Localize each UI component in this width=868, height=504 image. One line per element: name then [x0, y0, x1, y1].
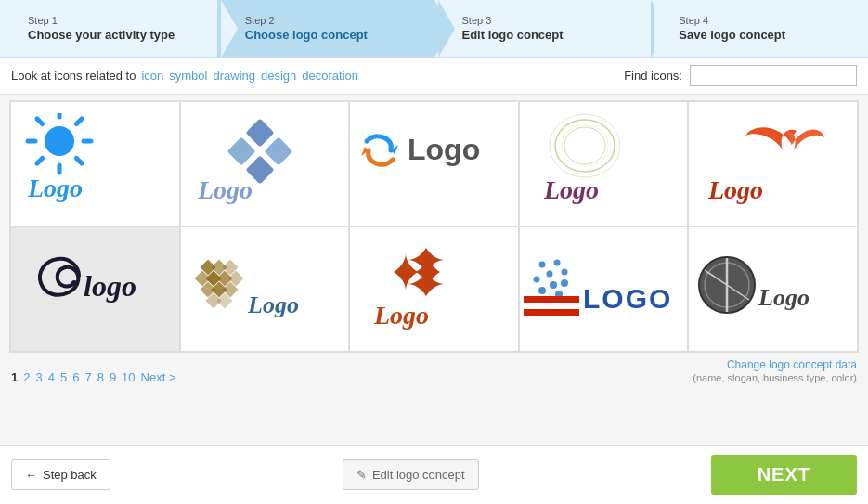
logo-cell-6[interactable]: logo — [10, 226, 180, 352]
step-back-label: Step back — [43, 468, 97, 482]
bottom-bar: ← Step back ✎ Edit logo concept NEXT — [0, 445, 868, 504]
svg-point-21 — [550, 114, 620, 177]
svg-line-8 — [37, 119, 43, 124]
step-back-button[interactable]: ← Step back — [11, 459, 110, 490]
logo-cell-5[interactable]: Logo — [688, 101, 858, 226]
svg-rect-51 — [524, 309, 579, 316]
change-concept-area: Change logo concept data (name, slogan, … — [693, 358, 857, 384]
svg-text:Logo: Logo — [373, 301, 429, 330]
page-5[interactable]: 5 — [60, 370, 67, 384]
svg-point-41 — [550, 281, 557, 289]
step-1-number: Step 1 — [28, 15, 175, 26]
svg-point-24 — [71, 280, 77, 286]
step-4-label: Save logo concept — [679, 28, 785, 42]
svg-point-45 — [562, 268, 568, 275]
stepper: Step 1 Choose your activity type Step 2 … — [0, 0, 868, 58]
logo-cell-8[interactable]: Logo — [349, 226, 519, 352]
svg-point-48 — [534, 276, 540, 282]
logo-cell-3[interactable]: Logo — [349, 101, 519, 226]
svg-point-42 — [547, 270, 553, 277]
svg-rect-50 — [524, 303, 579, 309]
step-2-number: Step 2 — [245, 15, 368, 26]
svg-point-46 — [561, 279, 568, 287]
svg-line-6 — [37, 158, 43, 163]
svg-text:Logo: Logo — [758, 284, 810, 311]
page-2[interactable]: 2 — [23, 370, 30, 384]
step-2[interactable]: Step 2 Choose logo concept — [217, 0, 434, 57]
page-6[interactable]: 6 — [72, 370, 79, 384]
logo-cell-9[interactable]: LOGO — [519, 226, 689, 352]
logo-cell-2[interactable]: Logo — [180, 101, 350, 226]
arrow-left-icon: ← — [25, 468, 37, 482]
svg-line-4 — [77, 158, 83, 163]
logo-cell-7[interactable]: Logo — [180, 226, 350, 352]
change-concept-link[interactable]: Change logo concept data — [727, 358, 857, 371]
change-concept-sub: (name, slogan, business type, color) — [693, 372, 857, 383]
tag-symbol[interactable]: symbol — [169, 69, 207, 83]
toolbar-left: Look at icons related to icon symbol dra… — [11, 69, 624, 83]
svg-rect-49 — [524, 296, 579, 303]
step-1-label: Choose your activity type — [28, 28, 175, 42]
tag-icon[interactable]: icon — [141, 69, 163, 83]
pencil-icon: ✎ — [356, 468, 367, 482]
pagination: 1 2 3 4 5 6 7 8 9 10 Next > — [11, 370, 176, 384]
svg-point-0 — [45, 126, 74, 156]
page-next[interactable]: Next > — [141, 370, 176, 384]
svg-text:Logo: Logo — [408, 133, 480, 166]
page-10[interactable]: 10 — [122, 370, 135, 384]
find-label: Find icons: — [624, 69, 682, 83]
step-4[interactable]: Step 4 Save logo concept — [651, 0, 868, 57]
svg-point-44 — [554, 259, 561, 265]
edit-logo-label: Edit logo concept — [372, 468, 465, 482]
svg-text:Logo: Logo — [247, 291, 299, 318]
step-3[interactable]: Step 3 Edit logo concept — [434, 0, 652, 57]
page-8[interactable]: 8 — [97, 370, 104, 384]
svg-point-20 — [564, 127, 605, 164]
svg-text:Logo: Logo — [707, 175, 763, 204]
toolbar-right: Find icons: — [624, 65, 857, 86]
step-3-number: Step 3 — [462, 15, 564, 26]
page-9[interactable]: 9 — [110, 370, 116, 384]
toolbar: Look at icons related to icon symbol dra… — [0, 58, 868, 95]
step-1[interactable]: Step 1 Choose your activity type — [0, 0, 217, 57]
page-3[interactable]: 3 — [35, 370, 42, 384]
svg-line-2 — [77, 119, 83, 124]
svg-rect-11 — [245, 118, 274, 147]
svg-point-43 — [539, 261, 546, 267]
logo-cell-10[interactable]: Logo — [688, 226, 858, 352]
step-2-label: Choose logo concept — [245, 28, 368, 42]
logo-cell-4[interactable]: Logo — [519, 101, 689, 226]
page-current: 1 — [11, 370, 18, 384]
tag-drawing[interactable]: drawing — [213, 69, 255, 83]
svg-rect-10 — [227, 136, 255, 165]
tag-design[interactable]: design — [261, 69, 296, 83]
page-4[interactable]: 4 — [48, 370, 55, 384]
icons-grid: Logo Logo — [9, 100, 859, 353]
svg-text:Logo: Logo — [27, 174, 83, 202]
look-label: Look at icons related to — [11, 69, 136, 83]
logo-cell-1[interactable]: Logo — [10, 101, 180, 226]
svg-text:Logo: Logo — [543, 175, 599, 204]
svg-text:LOGO: LOGO — [583, 283, 672, 314]
svg-point-40 — [538, 287, 546, 294]
find-input[interactable] — [690, 65, 857, 86]
svg-rect-13 — [264, 136, 292, 165]
page-7[interactable]: 7 — [84, 370, 91, 384]
svg-text:logo: logo — [84, 269, 136, 303]
next-button[interactable]: NEXT — [711, 455, 857, 495]
edit-logo-button[interactable]: ✎ Edit logo concept — [343, 459, 479, 490]
svg-text:Logo: Logo — [197, 175, 253, 204]
step-4-number: Step 4 — [679, 15, 785, 26]
step-3-label: Edit logo concept — [462, 28, 564, 42]
tag-decoration[interactable]: decoration — [302, 69, 358, 83]
